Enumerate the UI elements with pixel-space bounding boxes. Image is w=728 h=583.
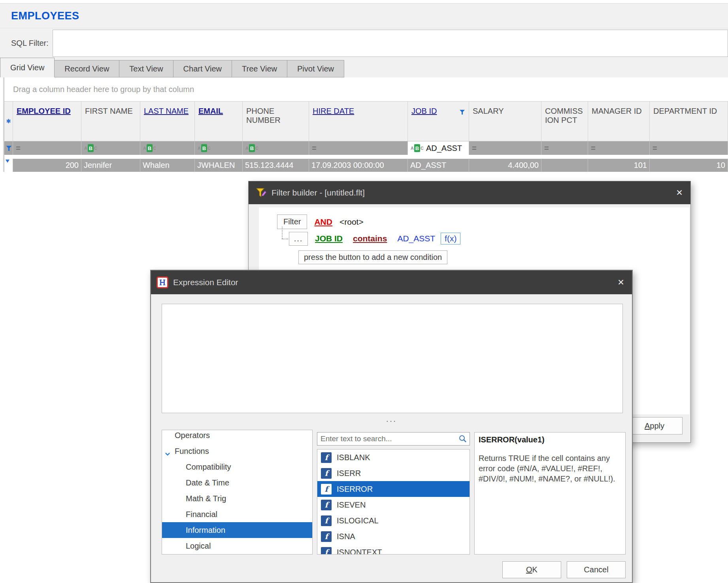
new-row-icon: ✱ bbox=[6, 118, 11, 125]
tree-item-math-trig[interactable]: Math & Trig bbox=[162, 491, 312, 506]
column-filter-funnel-icon[interactable] bbox=[459, 108, 465, 117]
condition-menu-button[interactable]: ... bbox=[289, 232, 308, 246]
tree-item-logical[interactable]: Logical bbox=[162, 538, 312, 554]
tree-item-functions[interactable]: Functions bbox=[162, 443, 312, 459]
tab-tree-view[interactable]: Tree View bbox=[232, 60, 287, 77]
page-title: EMPLOYEES bbox=[11, 10, 79, 22]
group-by-hint[interactable]: Drag a column header here to group by th… bbox=[4, 77, 728, 101]
current-row-icon bbox=[5, 159, 10, 163]
cell-job-id[interactable]: AD_ASST bbox=[408, 159, 469, 172]
column-header-employee-id[interactable]: EMPLOYEE ID bbox=[13, 102, 81, 141]
close-icon[interactable]: ✕ bbox=[613, 278, 629, 287]
tab-chart-view[interactable]: Chart View bbox=[174, 60, 232, 77]
tree-item-operators[interactable]: Operators bbox=[162, 430, 312, 443]
grid-filter-row: = ABC ABC ABC ABC = ABC AD_ASST = = = = bbox=[4, 141, 728, 155]
cell-phone-number[interactable]: 515.123.4444 bbox=[243, 159, 309, 172]
tree-item-date-time[interactable]: Date & Time bbox=[162, 475, 312, 491]
tree-item-financial[interactable]: Financial bbox=[162, 506, 312, 522]
tab-record-view[interactable]: Record View bbox=[55, 60, 119, 77]
equals-icon: = bbox=[472, 144, 477, 153]
apply-button[interactable]: Apply bbox=[626, 417, 683, 434]
equals-icon: = bbox=[653, 144, 657, 153]
column-header-manager-id[interactable]: MANAGER ID bbox=[588, 102, 650, 141]
function-item-isna[interactable]: f ISNA bbox=[317, 528, 470, 544]
filter-cell-email[interactable]: ABC bbox=[195, 141, 243, 155]
cell-salary[interactable]: 4.400,00 bbox=[469, 159, 541, 172]
filter-root-row: Filter AND <root> bbox=[277, 214, 689, 229]
tree-connector bbox=[277, 231, 287, 246]
cell-first-name[interactable]: Jennifer bbox=[81, 159, 140, 172]
equals-icon: = bbox=[312, 144, 317, 153]
filter-cell-salary[interactable]: = bbox=[469, 141, 541, 155]
cell-employee-id[interactable]: 200 bbox=[13, 159, 81, 172]
add-condition-button[interactable]: press the button to add a new condition bbox=[298, 250, 447, 264]
cell-department-id[interactable]: 10 bbox=[650, 159, 728, 172]
function-description-panel: ISERROR(value1) Returns TRUE if the cell… bbox=[474, 432, 626, 555]
function-icon: f bbox=[321, 515, 332, 526]
condition-field-link[interactable]: JOB ID bbox=[315, 234, 343, 243]
filter-cell-job-id[interactable]: ABC AD_ASST bbox=[408, 141, 469, 155]
filter-cell-first-name[interactable]: ABC bbox=[81, 141, 140, 155]
sql-filter-input[interactable] bbox=[53, 30, 728, 57]
condition-operator-link[interactable]: contains bbox=[353, 234, 387, 243]
expression-editor-title: Expression Editor bbox=[173, 278, 613, 287]
expression-editor-titlebar[interactable]: Expression Editor ✕ bbox=[151, 271, 632, 294]
column-header-job-id[interactable]: JOB ID bbox=[408, 102, 469, 141]
ok-button[interactable]: OK bbox=[502, 561, 561, 578]
tree-item-compatibility[interactable]: Compatibility bbox=[162, 459, 312, 475]
column-header-phone-number[interactable]: PHONE NUMBER bbox=[243, 102, 309, 141]
function-icon: f bbox=[321, 500, 332, 510]
column-header-commission-pct[interactable]: COMMISSION PCT bbox=[541, 102, 588, 141]
cell-manager-id[interactable]: 101 bbox=[588, 159, 650, 172]
filter-row-funnel-cell[interactable] bbox=[4, 141, 13, 155]
function-item-iserr[interactable]: f ISERR bbox=[317, 465, 470, 481]
column-header-salary[interactable]: SALARY bbox=[469, 102, 541, 141]
chevron-down-icon[interactable] bbox=[165, 449, 170, 458]
filter-cell-phone-number[interactable]: ABC bbox=[243, 141, 309, 155]
equals-icon: = bbox=[544, 144, 549, 153]
function-item-isblank[interactable]: f ISBLANK bbox=[317, 449, 470, 465]
filter-cell-department-id[interactable]: = bbox=[650, 141, 728, 155]
tab-text-view[interactable]: Text View bbox=[119, 60, 173, 77]
filter-cell-hire-date[interactable]: = bbox=[309, 141, 408, 155]
filter-cell-commission-pct[interactable]: = bbox=[541, 141, 588, 155]
expression-editor-dialog: Expression Editor ✕ ... Operators Functi… bbox=[150, 270, 633, 583]
splitter-handle[interactable]: ... bbox=[151, 415, 632, 423]
sql-filter-label: SQL Filter: bbox=[11, 39, 49, 48]
expression-input[interactable] bbox=[162, 304, 623, 413]
equals-icon: = bbox=[591, 144, 596, 153]
filter-cell-last-name[interactable]: ABC bbox=[140, 141, 195, 155]
filter-builder-titlebar[interactable]: Filter builder - [untitled.flt] ✕ bbox=[249, 181, 690, 204]
function-item-iserror[interactable]: f ISERROR bbox=[317, 481, 470, 497]
abc-icon: ABC bbox=[84, 144, 97, 152]
fx-expression-button[interactable]: f(x) bbox=[441, 233, 460, 244]
function-icon: f bbox=[321, 452, 332, 463]
data-grid: Drag a column header here to group by th… bbox=[3, 77, 728, 172]
table-title-panel: EMPLOYEES bbox=[0, 3, 728, 28]
column-header-department-id[interactable]: DEPARTMENT ID bbox=[650, 102, 728, 141]
tab-grid-view[interactable]: Grid View bbox=[0, 58, 55, 77]
cell-commission-pct[interactable] bbox=[541, 159, 588, 172]
close-icon[interactable]: ✕ bbox=[671, 188, 687, 197]
cell-hire-date[interactable]: 17.09.2003 00:00:00 bbox=[309, 159, 408, 172]
column-header-hire-date[interactable]: HIRE DATE bbox=[309, 102, 408, 141]
filter-cell-manager-id[interactable]: = bbox=[588, 141, 650, 155]
function-item-iseven[interactable]: f ISEVEN bbox=[317, 497, 470, 513]
function-item-islogical[interactable]: f ISLOGICAL bbox=[317, 513, 470, 528]
condition-value-link[interactable]: AD_ASST bbox=[397, 234, 435, 243]
tab-pivot-view[interactable]: Pivot View bbox=[287, 60, 344, 77]
filter-cell-employee-id[interactable]: = bbox=[13, 141, 81, 155]
current-row-marker-cell bbox=[4, 159, 13, 172]
search-input[interactable] bbox=[317, 434, 458, 443]
column-header-email[interactable]: EMAIL bbox=[195, 102, 243, 141]
search-icon[interactable] bbox=[458, 434, 467, 443]
cell-last-name[interactable]: Whalen bbox=[140, 159, 195, 172]
column-header-first-name[interactable]: FIRST NAME bbox=[81, 102, 140, 141]
group-operator-link[interactable]: AND bbox=[314, 217, 332, 227]
new-row-indicator-cell: ✱ bbox=[4, 102, 13, 141]
cell-email[interactable]: JWHALEN bbox=[195, 159, 243, 172]
tree-item-information[interactable]: Information bbox=[162, 522, 312, 538]
cancel-button[interactable]: Cancel bbox=[567, 561, 626, 578]
column-header-last-name[interactable]: LAST NAME bbox=[140, 102, 195, 141]
function-item-isnontext[interactable]: f ISNONTEXT bbox=[317, 544, 470, 555]
